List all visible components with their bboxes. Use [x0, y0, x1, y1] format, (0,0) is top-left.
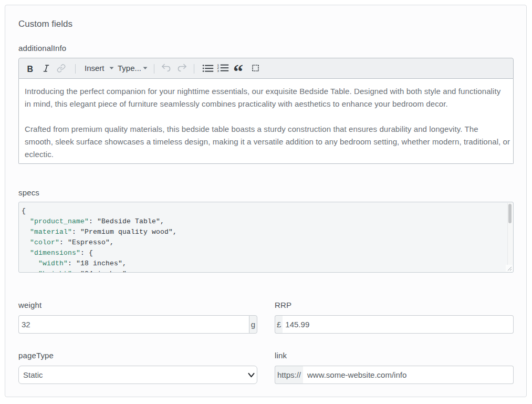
svg-text:3: 3: [217, 69, 220, 72]
